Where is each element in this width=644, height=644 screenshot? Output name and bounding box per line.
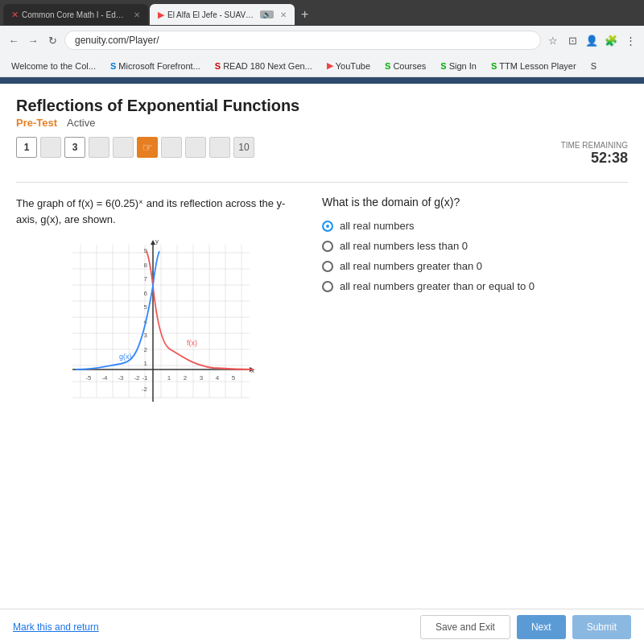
bottom-buttons: Save and Exit Next Submit	[420, 615, 631, 639]
option-2[interactable]: all real numbers less than 0	[322, 240, 628, 252]
bookmarks-bar: Welcome to the Col... S Microsoft Forefr…	[0, 55, 644, 77]
option-1-text: all real numbers	[340, 220, 415, 232]
q-btn-7[interactable]	[161, 137, 182, 158]
q-btn-2[interactable]	[40, 137, 61, 158]
svg-text:4: 4	[216, 374, 220, 382]
tab-edgenuity[interactable]: ✕ Common Core Math I - Edgenuity ✕	[3, 4, 148, 25]
svg-text:-3: -3	[118, 374, 124, 382]
svg-text:3: 3	[200, 374, 204, 382]
cast-icon[interactable]: ⊡	[565, 33, 580, 47]
svg-text:f(x): f(x)	[187, 339, 197, 347]
option-4-text: all real numbers greater than or equal t…	[340, 280, 535, 292]
bookmark-microsoft[interactable]: S Microsoft Forefront...	[105, 60, 205, 72]
q-btn-10[interactable]: 10	[233, 137, 254, 158]
svg-text:1: 1	[144, 360, 148, 367]
time-value: 52:38	[561, 150, 628, 167]
save-exit-button[interactable]: Save and Exit	[420, 615, 510, 639]
graph-container: -5 -4 -3 -2 -1 1 2 3 4 5 x 9 8 7 6 5	[64, 237, 258, 414]
tab-close-youtube[interactable]: ✕	[280, 10, 287, 19]
svg-text:7: 7	[144, 275, 148, 283]
bookmark-ttm[interactable]: S TTM Lesson Player	[486, 60, 581, 72]
bookmark-youtube-label: YouTube	[336, 61, 370, 71]
q-btn-1[interactable]: 1	[16, 137, 37, 158]
back-button[interactable]: ←	[6, 33, 21, 47]
svg-text:3: 3	[144, 332, 148, 339]
svg-text:g(x): g(x)	[119, 353, 132, 361]
settings-icon[interactable]: ⋮	[623, 33, 638, 47]
option-4[interactable]: all real numbers greater than or equal t…	[322, 280, 628, 292]
star-icon[interactable]: ☆	[546, 33, 560, 47]
svg-text:-2: -2	[142, 386, 148, 393]
option-1[interactable]: all real numbers	[322, 220, 628, 232]
graph-svg: -5 -4 -3 -2 -1 1 2 3 4 5 x 9 8 7 6 5	[64, 237, 258, 414]
svg-text:-4: -4	[101, 374, 108, 382]
svg-text:6: 6	[144, 290, 148, 297]
question-left: The graph of f(x) = 6(0.25)ˣ and its ref…	[16, 196, 306, 414]
browser-chrome: ✕ Common Core Math I - Edgenuity ✕ ▶ El …	[0, 0, 644, 77]
svg-text:-2: -2	[134, 374, 140, 382]
radio-3[interactable]	[322, 261, 333, 272]
browser-icons: ☆ ⊡ 👤 🧩 ⋮	[546, 33, 638, 47]
q-btn-6-current[interactable]: ☞	[137, 137, 158, 158]
svg-text:x: x	[251, 367, 254, 374]
tab-bar: ✕ Common Core Math I - Edgenuity ✕ ▶ El …	[0, 0, 644, 26]
extension-icon[interactable]: 🧩	[604, 33, 618, 47]
domain-question: What is the domain of g(x)?	[322, 196, 628, 208]
svg-text:5: 5	[144, 303, 148, 311]
time-label: TIME REMAINING	[561, 141, 628, 150]
bottom-bar: Mark this and return Save and Exit Next …	[0, 609, 644, 644]
bookmark-welcome[interactable]: Welcome to the Col...	[6, 60, 101, 72]
radio-1[interactable]	[322, 221, 333, 232]
bookmark-read180-label: READ 180 Next Gen...	[223, 61, 312, 71]
bookmark-microsoft-label: Microsoft Forefront...	[118, 61, 200, 71]
bookmark-more[interactable]: S	[586, 60, 601, 72]
q-btn-9[interactable]	[209, 137, 230, 158]
svg-text:2: 2	[144, 346, 148, 353]
svg-text:-1: -1	[142, 374, 148, 382]
bookmark-courses[interactable]: S Courses	[380, 60, 431, 72]
question-area: The graph of f(x) = 6(0.25)ˣ and its ref…	[16, 192, 628, 414]
page-title: Reflections of Exponential Functions	[16, 97, 628, 115]
svg-text:2: 2	[184, 374, 188, 382]
pretest-label: Pre-Test	[16, 117, 57, 129]
forward-button[interactable]: →	[26, 33, 40, 47]
pretest-status: Active	[67, 117, 95, 129]
next-button[interactable]: Next	[517, 615, 566, 639]
q-btn-8[interactable]	[185, 137, 206, 158]
q-btn-4[interactable]	[89, 137, 109, 158]
q-btn-3[interactable]: 3	[64, 137, 85, 158]
answer-options: all real numbers all real numbers less t…	[322, 220, 628, 292]
bookmark-welcome-label: Welcome to the Col...	[11, 61, 96, 71]
submit-button[interactable]: Submit	[572, 615, 631, 639]
q-btn-5[interactable]	[113, 137, 134, 158]
url-field[interactable]: genuity.com/Player/	[64, 31, 541, 50]
nav-back-forward: ← → ↻	[6, 33, 60, 47]
svg-text:1: 1	[167, 374, 171, 382]
address-bar: ← → ↻ genuity.com/Player/ ☆ ⊡ 👤 🧩 ⋮	[0, 26, 644, 55]
option-3-text: all real numbers greater than 0	[340, 260, 482, 272]
svg-text:-5: -5	[85, 374, 92, 382]
page-content: Reflections of Exponential Functions Pre…	[0, 84, 644, 644]
question-nav: 1 3 ☞ 10	[16, 137, 254, 158]
svg-text:y: y	[155, 237, 159, 245]
radio-4[interactable]	[322, 281, 333, 292]
bookmark-signin[interactable]: S Sign In	[436, 60, 481, 72]
time-remaining: TIME REMAINING 52:38	[561, 141, 628, 167]
new-tab-button[interactable]: +	[296, 8, 313, 21]
bookmark-ttm-label: TTM Lesson Player	[499, 61, 576, 71]
bookmark-youtube[interactable]: ▶ YouTube	[322, 59, 375, 72]
svg-text:8: 8	[144, 262, 148, 269]
refresh-button[interactable]: ↻	[45, 33, 60, 47]
tab-close-edgenuity[interactable]: ✕	[134, 10, 140, 19]
profile-icon[interactable]: 👤	[584, 33, 599, 47]
radio-2[interactable]	[322, 241, 333, 252]
question-text: The graph of f(x) = 6(0.25)ˣ and its ref…	[16, 196, 306, 227]
tab-youtube[interactable]: ▶ El Alfa El Jefe - SUAVE (Rem... 🔊 ✕	[150, 4, 295, 25]
svg-text:5: 5	[232, 374, 236, 382]
mark-return-link[interactable]: Mark this and return	[13, 621, 99, 633]
bookmark-read180[interactable]: S READ 180 Next Gen...	[210, 60, 317, 72]
option-3[interactable]: all real numbers greater than 0	[322, 260, 628, 272]
question-right: What is the domain of g(x)? all real num…	[322, 196, 628, 414]
bookmark-courses-label: Courses	[393, 61, 426, 71]
option-2-text: all real numbers less than 0	[340, 240, 468, 252]
